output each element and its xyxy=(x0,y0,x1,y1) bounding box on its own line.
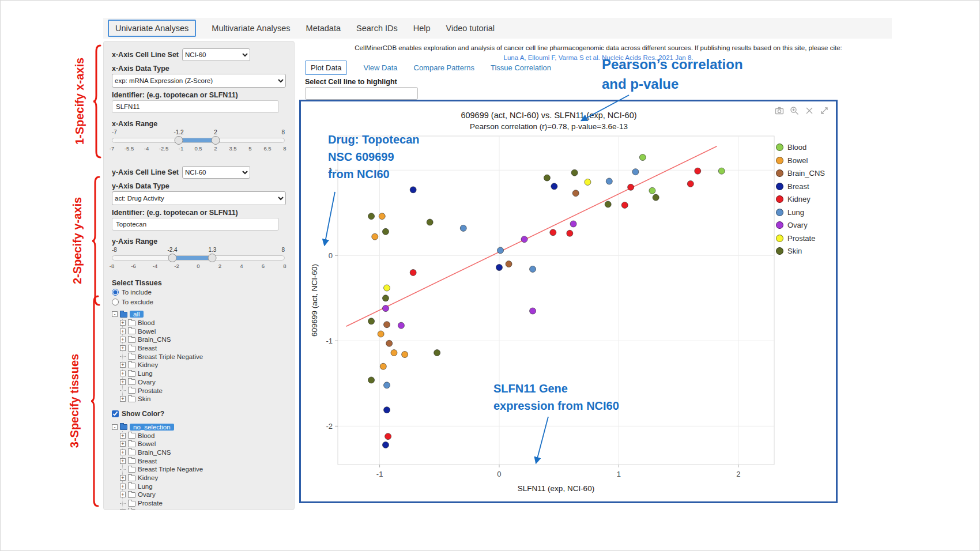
zoom-icon[interactable] xyxy=(790,106,799,115)
tree-root-all[interactable]: -all xyxy=(112,310,286,319)
expand-icon[interactable]: + xyxy=(120,509,126,510)
legend-item-ovary[interactable]: Ovary xyxy=(776,221,825,229)
legend-swatch-icon xyxy=(776,157,783,164)
expand-icon[interactable]: + xyxy=(120,320,126,326)
slider-tick-label: -5.5 xyxy=(125,145,134,152)
y-range-label: y-Axis Range xyxy=(112,237,286,246)
legend-item-skin[interactable]: Skin xyxy=(776,247,825,255)
expand-icon[interactable]: + xyxy=(120,475,126,481)
show-color-checkbox[interactable] xyxy=(112,410,119,417)
tab-compare-patterns[interactable]: Compare Patterns xyxy=(414,63,475,72)
slider-low-value: -1.2 xyxy=(174,129,183,135)
tab-plot-data[interactable]: Plot Data xyxy=(305,61,347,75)
x-cell-line-set-select[interactable]: NCI-60 xyxy=(182,48,250,61)
legend-item-brain-cns[interactable]: Brain_CNS xyxy=(776,169,825,178)
nav-item-univariate-analyses[interactable]: Univariate Analyses xyxy=(108,20,196,37)
pearson-callout: Pearson’s correlation and p-value xyxy=(602,55,743,93)
x-range-label: x-Axis Range xyxy=(112,120,286,128)
legend-item-bowel[interactable]: Bowel xyxy=(776,156,825,165)
legend-item-prostate[interactable]: Prostate xyxy=(776,234,825,243)
legend-item-lung[interactable]: Lung xyxy=(776,208,825,217)
tree-item-blood[interactable]: +Blood xyxy=(120,319,286,327)
tree-item-ovary[interactable]: +Ovary xyxy=(120,378,286,387)
expand-icon[interactable]: + xyxy=(120,337,126,342)
svg-text:1: 1 xyxy=(617,470,621,478)
cellminercdb-app: Univariate AnalysesMultivariate Analyses… xyxy=(0,0,980,551)
slider-handle-high[interactable] xyxy=(208,254,217,262)
expand-icon[interactable]: + xyxy=(120,433,126,439)
camera-icon[interactable] xyxy=(775,106,784,115)
nav-item-video-tutorial[interactable]: Video tutorial xyxy=(446,24,495,33)
tree-item-breast[interactable]: +Breast xyxy=(120,344,286,353)
svg-text:SLFN11 (exp, NCI-60): SLFN11 (exp, NCI-60) xyxy=(518,484,594,493)
radio-to-include[interactable]: To include xyxy=(112,287,286,297)
tree-item-bowel[interactable]: +Bowel xyxy=(120,440,286,448)
tree-item-kidney[interactable]: +Kidney xyxy=(120,361,286,369)
expand-icon[interactable]: + xyxy=(120,450,126,455)
svg-text:2: 2 xyxy=(736,470,740,478)
tree-item-breast-triple-negative[interactable]: Breast Triple Negative xyxy=(120,352,286,361)
tab-tissue-correlation[interactable]: Tissue Correlation xyxy=(491,63,551,72)
legend-item-breast[interactable]: Breast xyxy=(776,182,825,191)
tree-item-blood[interactable]: +Blood xyxy=(120,431,286,440)
tree-item-breast[interactable]: +Breast xyxy=(120,456,286,465)
expand-icon[interactable]: + xyxy=(120,345,126,351)
tree-item-prostate[interactable]: Prostate xyxy=(120,386,286,395)
show-color-row[interactable]: Show Color? xyxy=(112,408,286,420)
tree-root-no-selection[interactable]: -no_selection xyxy=(112,423,286,432)
tree-item-skin[interactable]: +Skin xyxy=(120,507,286,510)
tree-item-breast-triple-negative[interactable]: Breast Triple Negative xyxy=(120,465,286,474)
slider-track[interactable] xyxy=(112,138,285,143)
legend-item-kidney[interactable]: Kidney xyxy=(776,195,825,203)
slider-tick-label: 4 xyxy=(240,263,243,269)
autoscale-icon[interactable] xyxy=(820,106,829,115)
tree-item-ovary[interactable]: +Ovary xyxy=(120,490,286,499)
tree-item-lung[interactable]: +Lung xyxy=(120,369,286,378)
tab-view-data[interactable]: View Data xyxy=(363,63,397,72)
tree-item-skin[interactable]: +Skin xyxy=(120,395,286,403)
x-identifier-input[interactable] xyxy=(112,100,279,113)
expand-icon[interactable]: + xyxy=(120,371,126,376)
legend-swatch-icon xyxy=(776,169,783,177)
slider-handle-low[interactable] xyxy=(175,136,183,145)
tree-item-prostate[interactable]: Prostate xyxy=(120,499,286,508)
nav-item-metadata[interactable]: Metadata xyxy=(306,24,341,33)
folder-icon xyxy=(128,329,135,334)
x-range-slider[interactable]: -78-1.22-7-5.5-4-2.5-10.523.556.58 xyxy=(112,129,285,152)
expand-icon[interactable]: + xyxy=(120,484,126,489)
tree-item-brain-cns[interactable]: +Brain_CNS xyxy=(120,335,286,344)
slider-handle-low[interactable] xyxy=(168,254,177,262)
close-icon[interactable] xyxy=(805,106,814,115)
y-cell-line-set-select[interactable]: NCI-60 xyxy=(182,166,250,179)
nav-item-multivariate-analyses[interactable]: Multivariate Analyses xyxy=(212,24,290,33)
tree-item-kidney[interactable]: +Kidney xyxy=(120,474,286,482)
tree-item-brain-cns[interactable]: +Brain_CNS xyxy=(120,448,286,457)
expand-icon[interactable]: + xyxy=(120,441,126,447)
y-range-slider[interactable]: -88-2.41.3-8-6-4-202468 xyxy=(112,247,285,270)
y-data-type-select[interactable]: act: Drug Activity xyxy=(112,191,286,205)
x-data-type-select[interactable]: exp: mRNA Expression (Z-Score) xyxy=(112,74,286,88)
slider-track[interactable] xyxy=(112,255,285,261)
expand-icon[interactable]: + xyxy=(120,458,126,464)
collapse-icon[interactable]: - xyxy=(112,311,118,317)
expand-icon[interactable]: + xyxy=(120,362,126,368)
radio-input-to-include[interactable] xyxy=(112,289,119,296)
tree-item-lung[interactable]: +Lung xyxy=(120,482,286,490)
slider-max-label: 8 xyxy=(281,129,285,135)
radio-to-exclude[interactable]: To exclude xyxy=(112,297,286,307)
radio-input-to-exclude[interactable] xyxy=(112,299,119,305)
y-identifier-input[interactable] xyxy=(112,218,279,231)
expand-icon[interactable]: + xyxy=(120,396,126,402)
expand-icon[interactable]: + xyxy=(120,492,126,497)
nav-item-search-ids[interactable]: Search IDs xyxy=(356,24,398,33)
nav-item-help[interactable]: Help xyxy=(413,24,431,33)
highlight-cell-line-input[interactable] xyxy=(305,87,418,100)
slider-tick-label: -6 xyxy=(131,263,135,269)
svg-text:-1: -1 xyxy=(376,470,383,478)
expand-icon[interactable]: + xyxy=(120,329,126,334)
tree-item-bowel[interactable]: +Bowel xyxy=(120,327,286,335)
expand-icon[interactable]: + xyxy=(120,379,126,385)
legend-item-blood[interactable]: Blood xyxy=(776,143,825,152)
slider-handle-high[interactable] xyxy=(211,136,220,145)
collapse-icon[interactable]: - xyxy=(112,424,118,430)
